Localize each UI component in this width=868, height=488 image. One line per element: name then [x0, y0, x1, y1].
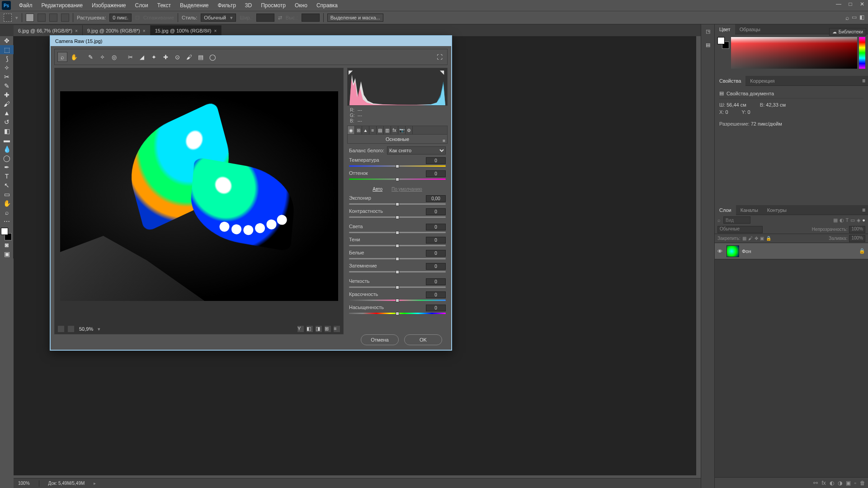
history-panel-icon[interactable]: ◳ — [701, 24, 714, 38]
layer-mask-icon[interactable]: ◐ — [830, 480, 834, 486]
exposure-slider[interactable] — [349, 202, 446, 206]
cr-crop-tool-icon[interactable]: ✂ — [125, 52, 135, 62]
vibrance-slider[interactable] — [349, 299, 446, 302]
shadows-value[interactable]: 0 — [426, 237, 446, 244]
edit-toolbar-icon[interactable]: ⋯ — [0, 217, 14, 226]
screen-mode-icon[interactable]: ▣ — [0, 249, 14, 258]
cr-tab-detail-icon[interactable]: ▲ — [362, 126, 369, 134]
filter-smart-icon[interactable]: ◈ — [857, 217, 860, 223]
cr-radial-filter-icon[interactable]: ◯ — [208, 52, 217, 62]
type-tool-icon[interactable]: T — [0, 172, 14, 181]
cr-filmstrip-icon[interactable]: ≡ — [333, 325, 340, 333]
panel-toggle-icon[interactable]: ◧ — [859, 14, 864, 21]
lock-pixels-icon[interactable]: 🖌 — [748, 236, 753, 241]
menu-3d[interactable]: 3D — [241, 0, 256, 11]
layer-row[interactable]: 👁 Фон 🔒 — [715, 243, 868, 259]
color-field[interactable] — [731, 37, 857, 69]
fill-input[interactable]: 100% — [849, 235, 865, 242]
search-icon[interactable]: ⌕ — [845, 14, 849, 21]
blacks-value[interactable]: 0 — [426, 263, 446, 270]
menu-text[interactable]: Текст — [153, 0, 175, 11]
delete-layer-icon[interactable]: 🗑 — [860, 480, 865, 486]
move-tool-icon[interactable]: ✥ — [0, 36, 14, 45]
tab-swatches[interactable]: Образцы — [735, 24, 765, 34]
cr-zoom-tool-icon[interactable]: ⌕ — [57, 52, 67, 62]
libraries-button[interactable]: ☁ Библиотеки — [829, 28, 866, 36]
minimize-icon[interactable]: — — [835, 1, 843, 8]
filter-icon[interactable]: ⌕ — [717, 217, 721, 223]
selection-subtract-icon[interactable] — [49, 14, 57, 22]
lock-position-icon[interactable]: ✥ — [755, 236, 758, 241]
hue-slider[interactable] — [859, 37, 865, 69]
tab-color[interactable]: Цвет — [715, 24, 735, 34]
cr-white-balance-tool-icon[interactable]: ✎ — [85, 52, 95, 62]
refine-edge-button[interactable]: Выделение и маска... — [327, 14, 383, 22]
tab-channels[interactable]: Каналы — [736, 205, 763, 215]
cr-panel-menu-icon[interactable]: ≡ — [443, 136, 445, 145]
cr-hand-tool-icon[interactable]: ✋ — [69, 52, 79, 62]
maximize-icon[interactable]: □ — [846, 1, 854, 8]
tab-adjustments[interactable]: Коррекция — [745, 76, 779, 86]
temperature-value[interactable]: 0 — [426, 157, 446, 164]
crop-tool-icon[interactable]: ✂ — [0, 72, 14, 81]
tab-close-icon[interactable]: × — [214, 28, 217, 33]
cr-image[interactable] — [60, 91, 338, 301]
highlights-slider[interactable] — [349, 231, 446, 235]
tab-layers[interactable]: Слои — [715, 205, 736, 215]
cr-spot-removal-tool-icon[interactable]: ✚ — [160, 52, 170, 62]
new-layer-icon[interactable]: ▫ — [854, 480, 856, 486]
layer-thumbnail[interactable] — [726, 245, 739, 257]
healing-tool-icon[interactable]: ✚ — [0, 90, 14, 99]
cr-compare-1-icon[interactable]: ◧ — [306, 325, 313, 333]
shadows-slider[interactable] — [349, 244, 446, 248]
stamp-tool-icon[interactable]: ▲ — [0, 108, 14, 117]
saturation-value[interactable]: 0 — [426, 305, 446, 311]
filter-type-icon[interactable]: T — [846, 217, 849, 223]
shape-tool-icon[interactable]: ▭ — [0, 190, 14, 199]
tab-paths[interactable]: Контуры — [763, 205, 791, 215]
selection-intersect-icon[interactable] — [61, 14, 69, 22]
brush-tool-icon[interactable]: 🖌 — [0, 99, 14, 108]
tab-15jpg[interactable]: 15.jpg @ 100% (RGB/8#)× — [151, 25, 222, 36]
cr-straighten-tool-icon[interactable]: ◢ — [137, 52, 147, 62]
menu-help[interactable]: Справка — [312, 0, 342, 11]
feather-input[interactable]: 0 пикс. — [109, 14, 132, 22]
highlights-value[interactable]: 0 — [426, 224, 446, 230]
menu-image[interactable]: Изображение — [87, 0, 131, 11]
layer-fx-icon[interactable]: fx — [821, 480, 826, 486]
blur-tool-icon[interactable]: 💧 — [0, 145, 14, 154]
cr-tab-fx-icon[interactable]: fx — [391, 126, 398, 134]
lock-artboard-icon[interactable]: ▣ — [760, 236, 764, 241]
hand-tool-icon[interactable]: ✋ — [0, 199, 14, 208]
dodge-tool-icon[interactable]: ◯ — [0, 154, 14, 163]
whites-slider[interactable] — [349, 257, 446, 261]
gradient-tool-icon[interactable]: ▬ — [0, 136, 14, 145]
lock-all-icon[interactable]: 🔒 — [766, 236, 771, 241]
lasso-tool-icon[interactable]: ⟆ — [0, 54, 14, 63]
zoom-tool-icon[interactable]: ⌕ — [0, 208, 14, 217]
cr-compare-2-icon[interactable]: ◨ — [315, 325, 322, 333]
selection-add-icon[interactable] — [38, 14, 46, 22]
quick-select-tool-icon[interactable]: ✧ — [0, 63, 14, 72]
tab-6jpg[interactable]: 6.jpg @ 66,7% (RGB/8*)× — [14, 25, 83, 36]
workspace-icon[interactable]: ▭ — [852, 14, 857, 21]
cr-tab-lens-icon[interactable]: ▥ — [384, 126, 391, 134]
history-brush-tool-icon[interactable]: ↺ — [0, 117, 14, 127]
eraser-tool-icon[interactable]: ◧ — [0, 127, 14, 136]
status-doc-size[interactable]: Док: 5,49M/5,49M — [48, 481, 85, 486]
fg-bg-swatch[interactable] — [717, 37, 729, 49]
tint-slider[interactable] — [349, 178, 446, 181]
cr-redeye-tool-icon[interactable]: ⊙ — [172, 52, 182, 62]
histogram[interactable]: ◤ ◥ — [347, 68, 448, 106]
cr-color-sampler-tool-icon[interactable]: ✧ — [97, 52, 107, 62]
wb-select[interactable]: Как снято — [387, 146, 446, 155]
auto-link[interactable]: Авто — [373, 187, 382, 192]
cr-tab-basic-icon[interactable]: ◉ — [348, 126, 355, 134]
tab-9jpg[interactable]: 9.jpg @ 200% (RGB/8*)× — [83, 25, 151, 36]
saturation-slider[interactable] — [349, 312, 446, 315]
new-group-icon[interactable]: ▣ — [846, 480, 851, 486]
marquee-tool-indicator[interactable] — [4, 14, 12, 22]
selection-new-icon[interactable] — [26, 14, 34, 22]
menu-layers[interactable]: Слои — [131, 0, 153, 11]
panel-menu-icon[interactable]: ≡ — [859, 78, 868, 84]
